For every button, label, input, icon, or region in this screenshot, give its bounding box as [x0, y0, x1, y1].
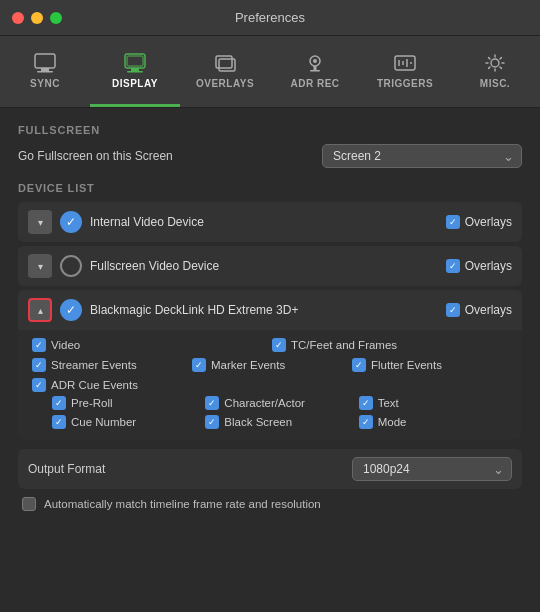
check-icon: ✓ — [275, 340, 283, 350]
check-icon: ✓ — [362, 398, 370, 408]
mode-checkbox[interactable]: ✓ — [359, 415, 373, 429]
fullscreen-check-circle[interactable] — [60, 255, 82, 277]
check-icon: ✓ — [195, 360, 203, 370]
check-icon: ✓ — [35, 380, 43, 390]
options-row2: ✓ Streamer Events ✓ Marker Events ✓ Flut… — [32, 358, 508, 372]
option-video: ✓ Video — [32, 338, 268, 352]
triggers-icon — [393, 52, 417, 74]
output-format-dropdown[interactable]: 1080p24 1080p25 1080p30 720p60 — [352, 457, 512, 481]
fullscreen-label: Go Fullscreen on this Screen — [18, 149, 173, 163]
adr-icon — [303, 52, 327, 74]
internal-device-name: Internal Video Device — [90, 215, 438, 229]
cue-number-checkbox[interactable]: ✓ — [52, 415, 66, 429]
blackmagic-overlays-check[interactable]: ✓ Overlays — [446, 303, 512, 317]
sync-icon — [33, 52, 57, 74]
text-checkbox[interactable]: ✓ — [359, 396, 373, 410]
adr-cue-label: ADR Cue Events — [51, 379, 138, 391]
option-marker: ✓ Marker Events — [192, 358, 348, 372]
fullscreen-device-name: Fullscreen Video Device — [90, 259, 438, 273]
device-list-section-title: DEVICE LIST — [18, 182, 522, 194]
svg-rect-1 — [41, 68, 49, 71]
blackmagic-check-circle[interactable]: ✓ — [60, 299, 82, 321]
fullscreen-row: Go Fullscreen on this Screen Screen 2 Sc… — [18, 144, 522, 168]
preroll-label: Pre-Roll — [71, 397, 113, 409]
screen-dropdown[interactable]: Screen 2 Screen 1 — [322, 144, 522, 168]
marker-checkbox[interactable]: ✓ — [192, 358, 206, 372]
check-icon: ✓ — [35, 360, 43, 370]
svg-rect-5 — [127, 71, 143, 73]
minimize-button[interactable] — [31, 12, 43, 24]
display-icon — [123, 52, 147, 74]
output-format-row: Output Format 1080p24 1080p25 1080p30 72… — [18, 449, 522, 489]
tab-sync[interactable]: SYNC — [0, 36, 90, 107]
svg-rect-13 — [395, 56, 415, 70]
svg-point-18 — [491, 59, 499, 67]
check-icon: ✓ — [35, 340, 43, 350]
check-icon: ✓ — [355, 360, 363, 370]
tab-misc[interactable]: MISC. — [450, 36, 540, 107]
auto-match-checkbox[interactable] — [22, 497, 36, 511]
option-black-screen: ✓ Black Screen — [205, 415, 354, 429]
adr-cue-checkbox[interactable]: ✓ — [32, 378, 46, 392]
tab-display[interactable]: DISPLAY — [90, 36, 180, 107]
check-icon: ✓ — [55, 398, 63, 408]
streamer-label: Streamer Events — [51, 359, 137, 371]
title-bar: Preferences — [0, 0, 540, 36]
adr-cue-label-row: ✓ ADR Cue Events — [32, 378, 508, 392]
tab-adr-label: ADR REC — [290, 78, 339, 89]
tab-adr-rec[interactable]: ADR REC — [270, 36, 360, 107]
text-label: Text — [378, 397, 399, 409]
tab-triggers[interactable]: TRIGGERS — [360, 36, 450, 107]
traffic-lights — [12, 12, 62, 24]
option-streamer: ✓ Streamer Events — [32, 358, 188, 372]
streamer-checkbox[interactable]: ✓ — [32, 358, 46, 372]
svg-rect-4 — [131, 68, 139, 71]
tab-triggers-label: TRIGGERS — [377, 78, 433, 89]
expand-blackmagic-button[interactable]: ▴ — [28, 298, 52, 322]
screen-dropdown-wrapper[interactable]: Screen 2 Screen 1 — [322, 144, 522, 168]
fullscreen-overlays-check[interactable]: ✓ Overlays — [446, 259, 512, 273]
internal-overlays-check[interactable]: ✓ Overlays — [446, 215, 512, 229]
svg-point-12 — [313, 59, 317, 63]
blackmagic-overlays-checkbox[interactable]: ✓ — [446, 303, 460, 317]
maximize-button[interactable] — [50, 12, 62, 24]
svg-rect-10 — [314, 66, 317, 70]
checkmark-icon: ✓ — [66, 215, 76, 229]
checkmark-icon: ✓ — [66, 303, 76, 317]
flutter-label: Flutter Events — [371, 359, 442, 371]
options-row1: ✓ Video ✓ TC/Feet and Frames — [32, 338, 508, 352]
check-icon: ✓ — [449, 217, 457, 227]
tab-overlays[interactable]: OVERLAYS — [180, 36, 270, 107]
preroll-checkbox[interactable]: ✓ — [52, 396, 66, 410]
check-icon: ✓ — [449, 261, 457, 271]
internal-overlays-checkbox[interactable]: ✓ — [446, 215, 460, 229]
fullscreen-section-title: FULLSCREEN — [18, 124, 522, 136]
character-checkbox[interactable]: ✓ — [205, 396, 219, 410]
close-button[interactable] — [12, 12, 24, 24]
blackmagic-expanded-options: ✓ Video ✓ TC/Feet and Frames ✓ St — [18, 330, 522, 439]
cue-number-label: Cue Number — [71, 416, 136, 428]
flutter-checkbox[interactable]: ✓ — [352, 358, 366, 372]
internal-overlays-label: Overlays — [465, 215, 512, 229]
chevron-up-icon: ▴ — [38, 305, 43, 316]
output-format-dropdown-wrapper[interactable]: 1080p24 1080p25 1080p30 720p60 — [352, 457, 512, 481]
expand-internal-button[interactable]: ▾ — [28, 210, 52, 234]
fullscreen-overlays-checkbox[interactable]: ✓ — [446, 259, 460, 273]
option-tc-feet: ✓ TC/Feet and Frames — [272, 338, 508, 352]
expand-fullscreen-button[interactable]: ▾ — [28, 254, 52, 278]
black-screen-checkbox[interactable]: ✓ — [205, 415, 219, 429]
tc-feet-checkbox[interactable]: ✓ — [272, 338, 286, 352]
video-label: Video — [51, 339, 80, 351]
blackmagic-device-name: Blackmagic DeckLink HD Extreme 3D+ — [90, 303, 438, 317]
misc-icon — [483, 52, 507, 74]
option-character: ✓ Character/Actor — [205, 396, 354, 410]
option-mode: ✓ Mode — [359, 415, 508, 429]
output-format-label: Output Format — [28, 462, 105, 476]
video-checkbox[interactable]: ✓ — [32, 338, 46, 352]
mode-label: Mode — [378, 416, 407, 428]
internal-check-circle[interactable]: ✓ — [60, 211, 82, 233]
svg-rect-2 — [37, 71, 53, 73]
device-list: ▾ ✓ Internal Video Device ✓ Overlays ▾ F… — [18, 202, 522, 439]
svg-rect-6 — [127, 56, 143, 66]
chevron-down-icon: ▾ — [38, 217, 43, 228]
